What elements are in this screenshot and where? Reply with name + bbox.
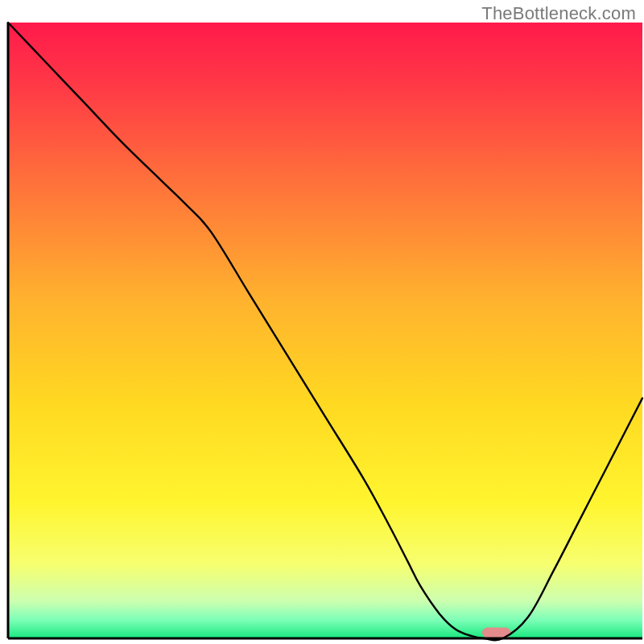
watermark-text: TheBottleneck.com	[481, 3, 636, 24]
chart-svg	[0, 0, 644, 644]
bottleneck-chart: TheBottleneck.com	[0, 0, 644, 644]
chart-background-gradient	[8, 23, 642, 638]
